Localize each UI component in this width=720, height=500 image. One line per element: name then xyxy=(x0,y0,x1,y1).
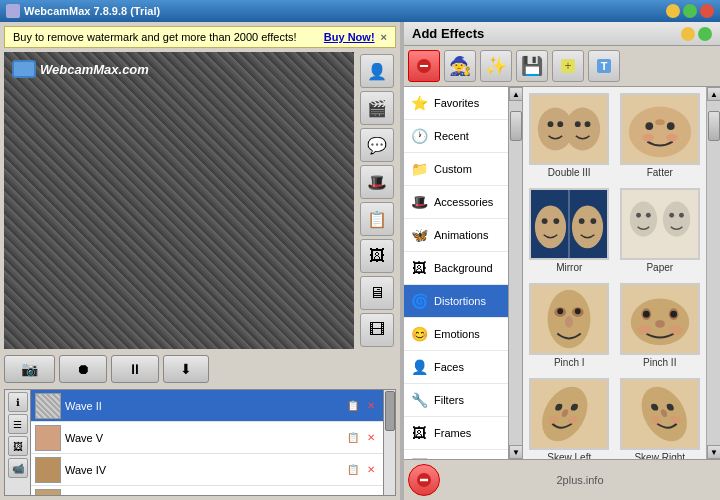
image-tool-button[interactable]: 🖼 xyxy=(8,436,28,456)
category-background[interactable]: 🖼 Background xyxy=(404,252,508,285)
preview-area: WebcamMax.com xyxy=(4,52,354,349)
layer-delete-button[interactable]: ✕ xyxy=(363,462,379,478)
effects-title: Add Effects xyxy=(412,26,484,41)
text-effect-button[interactable]: T xyxy=(588,50,620,82)
svg-point-19 xyxy=(535,205,566,248)
monitor-button[interactable]: 🖥 xyxy=(360,276,394,310)
banner-close-button[interactable]: × xyxy=(381,31,387,43)
svg-point-29 xyxy=(646,213,651,218)
layer-item[interactable]: Wave IV 📋 ✕ xyxy=(31,454,383,486)
category-emotions[interactable]: 😊 Emotions xyxy=(404,318,508,351)
image-button[interactable]: 🖼 xyxy=(360,239,394,273)
profile-button[interactable]: 👤 xyxy=(360,54,394,88)
layer-thumb-image xyxy=(36,426,60,450)
effects-scrollbar[interactable]: ▲ ▼ xyxy=(706,87,720,459)
minimize-button[interactable] xyxy=(666,4,680,18)
add-effect-button[interactable]: + xyxy=(552,50,584,82)
category-faces[interactable]: 👤 Faces xyxy=(404,351,508,384)
chat-button[interactable]: 💬 xyxy=(360,128,394,162)
scroll-down-button[interactable]: ▼ xyxy=(509,445,523,459)
effect-thumb xyxy=(620,283,700,355)
effects-max-button[interactable] xyxy=(698,27,712,41)
layer-copy-button[interactable]: 📋 xyxy=(345,462,361,478)
list-tool-button[interactable]: ☰ xyxy=(8,414,28,434)
maximize-button[interactable] xyxy=(683,4,697,18)
svg-point-15 xyxy=(655,119,665,125)
scroll-up-button[interactable]: ▲ xyxy=(707,87,720,101)
scroll-down-button[interactable]: ▼ xyxy=(707,445,720,459)
category-custom[interactable]: 📁 Custom xyxy=(404,153,508,186)
effect-face xyxy=(531,285,607,353)
download-button[interactable]: ⬇ xyxy=(163,355,209,383)
left-panel: Buy to remove watermark and get more tha… xyxy=(0,22,400,500)
svg-point-46 xyxy=(669,325,683,335)
category-frames[interactable]: 🖼 Frames xyxy=(404,417,508,450)
layer-copy-button[interactable]: 📋 xyxy=(345,398,361,414)
svg-point-22 xyxy=(572,205,603,248)
effects-grid: Double III xyxy=(527,91,702,459)
layer-delete-button[interactable]: ✕ xyxy=(363,430,379,446)
scroll-thumb[interactable] xyxy=(385,391,395,431)
svg-point-13 xyxy=(645,122,653,130)
layer-item[interactable]: Wave... 📋 ✕ xyxy=(31,486,383,495)
layers-scrollbar[interactable] xyxy=(383,390,395,495)
scroll-up-button[interactable]: ▲ xyxy=(509,87,523,101)
svg-point-24 xyxy=(591,218,597,224)
sparkle-button[interactable]: ✨ xyxy=(480,50,512,82)
webcam-logo-text: WebcamMax.com xyxy=(40,62,149,77)
effect-item-fatter[interactable]: Fatter xyxy=(618,91,703,180)
category-filters[interactable]: 🔧 Filters xyxy=(404,384,508,417)
category-favorites[interactable]: ⭐ Favorites xyxy=(404,87,508,120)
effects-toggle-button[interactable]: 🎬 xyxy=(360,91,394,125)
effect-item-mirror[interactable]: Mirror xyxy=(527,186,612,275)
pause-button[interactable]: ⏸ xyxy=(111,355,159,383)
effect-item-pinch-i[interactable]: Pinch I xyxy=(527,281,612,370)
layer-item[interactable]: Wave V 📋 ✕ xyxy=(31,422,383,454)
effect-item-paper[interactable]: Paper xyxy=(618,186,703,275)
layer-copy-button[interactable]: 📋 xyxy=(345,494,361,496)
hat-button[interactable]: 🎩 xyxy=(360,165,394,199)
category-recent[interactable]: 🕐 Recent xyxy=(404,120,508,153)
favorites-icon: ⭐ xyxy=(408,92,430,114)
filters-icon: 🔧 xyxy=(408,389,430,411)
effect-item-pinch-ii[interactable]: Pinch II xyxy=(618,281,703,370)
layer-delete-button[interactable]: ✕ xyxy=(363,494,379,496)
info-tool-button[interactable]: ℹ xyxy=(8,392,28,412)
remove-effect-button[interactable] xyxy=(408,50,440,82)
video-tool-button[interactable]: 📹 xyxy=(8,458,28,478)
effect-face xyxy=(622,285,698,353)
scroll-track xyxy=(707,101,720,445)
svg-text:+: + xyxy=(564,59,571,73)
wizard-button[interactable]: 🧙 xyxy=(444,50,476,82)
category-distortions[interactable]: 🌀 Distortions xyxy=(404,285,508,318)
category-accessories[interactable]: 🎩 Accessories xyxy=(404,186,508,219)
remove-bottom-button[interactable] xyxy=(408,464,440,496)
close-button[interactable] xyxy=(700,4,714,18)
svg-point-20 xyxy=(542,218,548,224)
effect-item-skew-left[interactable]: Skew Left xyxy=(527,376,612,459)
layer-delete-button[interactable]: ✕ xyxy=(363,398,379,414)
effect-item-double-iii[interactable]: Double III xyxy=(527,91,612,180)
effect-face xyxy=(622,95,698,163)
category-scenes[interactable]: 🌄 Scenes xyxy=(404,450,508,459)
scroll-thumb[interactable] xyxy=(708,111,720,141)
layer-copy-button[interactable]: 📋 xyxy=(345,430,361,446)
svg-point-8 xyxy=(548,121,554,127)
clipboard-button[interactable]: 📋 xyxy=(360,202,394,236)
category-animations[interactable]: 🦋 Animations xyxy=(404,219,508,252)
preview-toolbar: 👤 🎬 💬 🎩 📋 🖼 🖥 🎞 xyxy=(358,52,396,349)
scroll-thumb[interactable] xyxy=(510,111,522,141)
svg-point-45 xyxy=(637,325,651,335)
record-button[interactable]: ⏺ xyxy=(59,355,107,383)
camera-capture-button[interactable]: 📷 xyxy=(4,355,55,383)
layer-item[interactable]: Wave II 📋 ✕ xyxy=(31,390,383,422)
category-scrollbar[interactable]: ▲ ▼ xyxy=(509,87,523,459)
svg-point-16 xyxy=(642,134,654,142)
save-effect-button[interactable]: 💾 xyxy=(516,50,548,82)
effect-item-skew-right[interactable]: Skew Right xyxy=(618,376,703,459)
buy-now-link[interactable]: Buy Now! xyxy=(324,31,375,43)
film-button[interactable]: 🎞 xyxy=(360,313,394,347)
effects-min-button[interactable] xyxy=(681,27,695,41)
svg-point-27 xyxy=(630,202,657,237)
effects-grid-container: Double III xyxy=(523,87,706,459)
